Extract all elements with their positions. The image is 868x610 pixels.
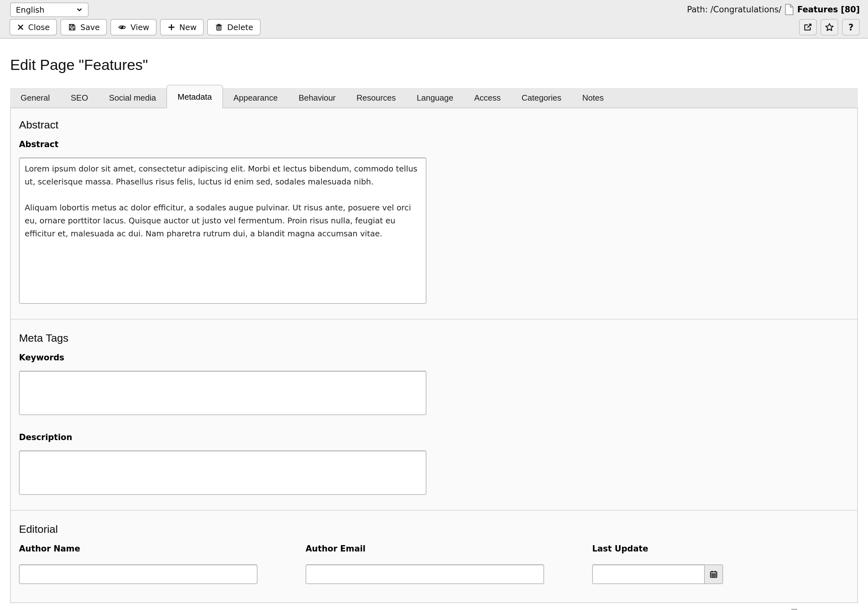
eye-icon [118,23,127,32]
view-button[interactable]: View [110,19,156,36]
external-link-icon [803,22,813,32]
bookmark-button[interactable] [820,19,838,36]
quick-buttons: ? [799,19,860,36]
close-button[interactable]: Close [9,19,57,36]
help-button-label: ? [848,22,854,33]
tab-access[interactable]: Access [464,88,511,107]
author-email-group: Author Email [305,544,592,584]
language-select[interactable]: English [10,3,88,17]
new-button-label: New [179,23,197,32]
new-button[interactable]: New [160,19,204,36]
current-page-label: Features [80] [797,5,860,14]
help-button[interactable]: ? [842,19,860,36]
close-icon [17,23,24,31]
author-name-input[interactable] [19,565,257,584]
description-field-label: Description [19,433,849,442]
meta-tags-section: Meta Tags Keywords Description [11,319,857,510]
page-title: Edit Page "Features" [10,56,868,74]
star-icon [825,22,834,32]
trash-icon [214,23,223,32]
save-button[interactable]: Save [60,19,107,36]
meta-tags-section-heading: Meta Tags [19,332,849,344]
editorial-section-heading: Editorial [19,523,849,535]
description-textarea[interactable] [19,450,426,495]
last-update-input[interactable] [592,565,705,584]
delete-button-label: Delete [227,23,253,32]
author-name-group: Author Name [19,544,305,584]
open-in-new-window-button[interactable] [799,19,817,36]
editorial-section: Editorial Author Name Author Email Last … [11,510,857,602]
keywords-textarea[interactable] [19,371,426,415]
tab-appearance[interactable]: Appearance [223,88,288,107]
editorial-fields-row: Author Name Author Email Last Update [19,544,849,584]
author-name-label: Author Name [19,544,305,553]
tab-general[interactable]: General [10,88,60,107]
tab-social-media[interactable]: Social media [98,88,166,107]
author-email-label: Author Email [305,544,592,553]
metadata-panel: Abstract Abstract Lorem ipsum dolor sit … [10,108,858,603]
record-footer: Page [80] [10,609,848,610]
plus-icon [167,23,175,31]
delete-button[interactable]: Delete [207,19,260,36]
page-doc-icon [784,4,794,15]
tab-categories[interactable]: Categories [511,88,572,107]
last-update-label: Last Update [592,544,849,553]
abstract-textarea[interactable]: Lorem ipsum dolor sit amet, consectetur … [19,158,426,304]
close-button-label: Close [28,23,50,32]
top-header: English Path: /Congratulations/ Features… [0,0,868,39]
abstract-section-heading: Abstract [19,119,849,130]
calendar-icon [709,570,718,579]
breadcrumb: Path: /Congratulations/ Features [80] [687,4,860,15]
path-label: Path: /Congratulations/ [687,5,782,14]
save-button-label: Save [81,23,100,32]
tab-behaviour[interactable]: Behaviour [288,88,346,107]
page-doc-icon-footer [791,609,800,610]
tab-notes[interactable]: Notes [572,88,614,107]
edit-form: General SEO Social media Metadata Appear… [10,88,858,610]
view-button-label: View [130,23,149,32]
chevron-down-icon [75,6,84,14]
abstract-field-label: Abstract [19,140,849,149]
abstract-section: Abstract Abstract Lorem ipsum dolor sit … [11,108,857,319]
toolbar: Close Save View New Delete [9,19,260,36]
language-select-value: English [16,5,44,14]
save-icon [68,23,76,32]
date-picker-button[interactable] [705,565,723,584]
last-update-group: Last Update [592,544,849,584]
tab-resources[interactable]: Resources [346,88,406,107]
tab-bar: General SEO Social media Metadata Appear… [10,88,858,108]
tab-language[interactable]: Language [406,88,464,107]
tab-seo[interactable]: SEO [60,88,99,107]
keywords-field-label: Keywords [19,353,849,362]
author-email-input[interactable] [305,565,544,584]
tab-metadata[interactable]: Metadata [166,85,223,108]
